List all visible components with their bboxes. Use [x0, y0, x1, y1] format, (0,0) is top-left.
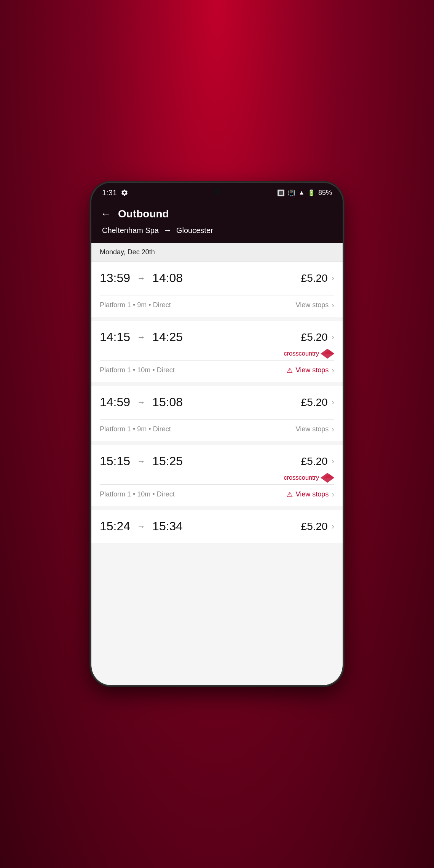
date-header: Monday, Dec 20th: [91, 243, 343, 262]
ticket-price: £5.20: [301, 272, 328, 284]
price-section: £5.20 ›: [301, 520, 334, 533]
crosscountry-bird-icon: [321, 473, 334, 483]
operator-name: crosscountry: [284, 350, 319, 357]
depart-time: 15:15: [100, 454, 130, 468]
view-stops-label: View stops: [296, 490, 329, 498]
arrow-icon: →: [137, 456, 145, 466]
arrow-icon: →: [137, 397, 145, 407]
chevron-right-icon: ›: [332, 522, 334, 531]
price-section: £5.20 ›: [301, 396, 334, 408]
chevron-right-icon: ›: [332, 332, 334, 342]
view-stops-label: View stops: [296, 301, 329, 309]
view-stops-button[interactable]: View stops ›: [296, 425, 334, 434]
nfc-icon: 🔳: [277, 189, 285, 196]
crosscountry-bird-icon: [321, 349, 334, 359]
train-card[interactable]: 15:24 → 15:34 £5.20 ›: [91, 510, 343, 543]
gear-icon: [121, 189, 128, 196]
times-section: 15:15 → 15:25: [100, 454, 183, 468]
app-header: ← Outbound Cheltenham Spa → Gloucester: [91, 203, 343, 243]
times-section: 15:24 → 15:34: [100, 519, 183, 533]
view-stops-chevron: ›: [332, 366, 334, 375]
view-stops-label: View stops: [296, 366, 329, 374]
platform-info: Platform 1 • 9m • Direct: [100, 425, 171, 433]
origin-station: Cheltenham Spa: [102, 226, 159, 235]
platform-info: Platform 1 • 9m • Direct: [100, 301, 171, 309]
chevron-right-icon: ›: [332, 273, 334, 283]
arrive-time: 15:08: [152, 395, 183, 409]
view-stops-button[interactable]: ⚠ View stops ›: [287, 490, 334, 499]
depart-time: 14:15: [100, 330, 130, 344]
view-stops-chevron: ›: [332, 490, 334, 499]
status-icons: 🔳 📳 ▲ 🔋 85%: [277, 189, 332, 197]
train-card[interactable]: 13:59 → 14:08 £5.20 › Platform 1 • 9m • …: [91, 262, 343, 317]
arrive-time: 14:25: [152, 330, 183, 344]
arrive-time: 15:25: [152, 454, 183, 468]
trains-list: Monday, Dec 20th 13:59 → 14:08 £5.20 ›: [91, 243, 343, 685]
time-display: 1:31: [102, 188, 117, 197]
phone-frame: 1:31 🔳 📳 ▲ 🔋 85% ← Outbound Cheltenham S…: [91, 183, 343, 685]
operator-name: crosscountry: [284, 474, 319, 482]
arrow-icon: →: [137, 273, 145, 283]
view-stops-label: View stops: [296, 425, 329, 433]
depart-time: 14:59: [100, 395, 130, 409]
price-section: £5.20 ›: [301, 331, 334, 343]
price-section: £5.20 ›: [301, 272, 334, 284]
ticket-price: £5.20: [301, 396, 328, 408]
ticket-price: £5.20: [301, 455, 328, 468]
platform-info: Platform 1 • 10m • Direct: [100, 366, 175, 374]
battery-percent: 85%: [318, 189, 332, 197]
view-stops-button[interactable]: View stops ›: [296, 301, 334, 310]
platform-info: Platform 1 • 10m • Direct: [100, 490, 175, 498]
train-card[interactable]: 15:15 → 15:25 £5.20 › crosscountry: [91, 445, 343, 506]
operator-logo: crosscountry: [91, 349, 343, 360]
operator-logo: crosscountry: [91, 473, 343, 484]
page-title: Outbound: [118, 208, 169, 220]
arrow-icon: →: [137, 522, 145, 531]
times-section: 14:15 → 14:25: [100, 330, 183, 344]
view-stops-chevron: ›: [332, 301, 334, 310]
train-card[interactable]: 14:59 → 15:08 £5.20 › Platform 1 • 9m • …: [91, 386, 343, 441]
view-stops-chevron: ›: [332, 425, 334, 434]
chevron-right-icon: ›: [332, 397, 334, 407]
arrive-time: 15:34: [152, 519, 183, 533]
depart-time: 13:59: [100, 271, 130, 285]
ticket-price: £5.20: [301, 520, 328, 533]
view-stops-button[interactable]: ⚠ View stops ›: [287, 366, 334, 375]
arrive-time: 14:08: [152, 271, 183, 285]
warning-icon: ⚠: [287, 366, 293, 375]
back-button[interactable]: ←: [101, 208, 111, 220]
depart-time: 15:24: [100, 519, 130, 533]
route-row: Cheltenham Spa → Gloucester: [101, 225, 333, 235]
times-section: 14:59 → 15:08: [100, 395, 183, 409]
wifi-icon: ▲: [298, 189, 305, 196]
route-arrow: →: [163, 225, 172, 235]
ticket-price: £5.20: [301, 331, 328, 343]
status-time-section: 1:31: [102, 188, 128, 197]
price-section: £5.20 ›: [301, 455, 334, 468]
vibrate-icon: 📳: [288, 189, 295, 196]
chevron-right-icon: ›: [332, 456, 334, 466]
camera-notch: [214, 188, 220, 195]
destination-station: Gloucester: [176, 226, 213, 235]
arrow-icon: →: [137, 332, 145, 342]
battery-icon: 🔋: [308, 189, 315, 196]
train-card[interactable]: 14:15 → 14:25 £5.20 › crosscountry: [91, 321, 343, 382]
times-section: 13:59 → 14:08: [100, 271, 183, 285]
warning-icon: ⚠: [287, 490, 293, 499]
